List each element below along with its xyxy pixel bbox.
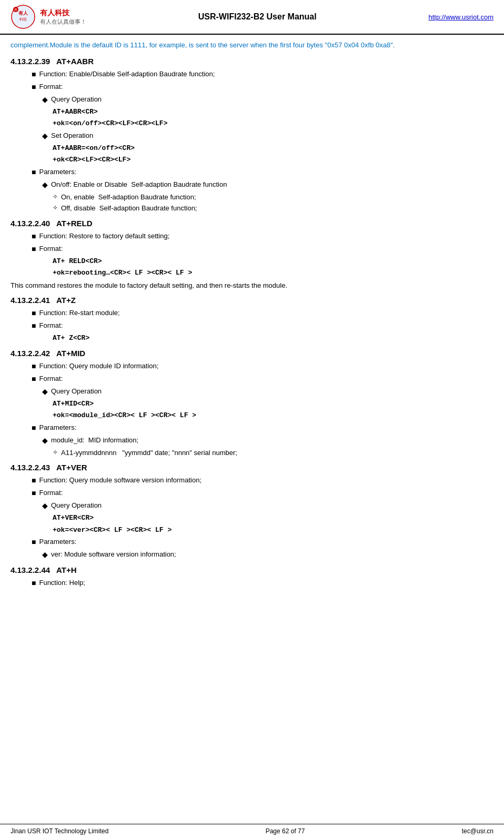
diamond-icon-39-set: ◆ <box>42 130 48 142</box>
param-onoff-text-39: On/off: Enable or Disable Self-adaption … <box>51 179 227 190</box>
format-label-41: Format: <box>39 320 63 331</box>
code-42-query-1: AT+MID<CR> <box>11 399 488 409</box>
set-op-label-39: Set Operation <box>51 130 93 141</box>
query-op-item-43: ◆ Query Operation <box>11 500 488 511</box>
code-42-query-2: +ok=<module_id><CR>< LF ><CR>< LF > <box>11 410 488 421</box>
bullet-icon-39-fmt: ■ <box>32 82 36 93</box>
format-item-41: ■ Format: <box>11 320 488 331</box>
param-moduleid-text-42: module_id: MID information; <box>51 435 138 446</box>
company-logo-icon: 有人 科技 R <box>11 4 36 29</box>
diamond-icon-42-query: ◆ <box>42 386 48 397</box>
param-moduleid-42: ◆ module_id: MID information; <box>11 435 488 446</box>
diamond-icon-42-param1: ◆ <box>42 435 48 446</box>
bullet-icon-39-func: ■ <box>32 69 36 80</box>
function-text-39: Function: Enable/Disable Self-adaption B… <box>39 69 215 79</box>
set-op-item-39: ◆ Set Operation <box>11 130 488 142</box>
svg-text:R: R <box>14 8 17 12</box>
params-label-39: Parameters: <box>39 167 76 177</box>
query-op-item-42: ◆ Query Operation <box>11 386 488 397</box>
diamond-icon-39-query: ◆ <box>42 94 48 105</box>
params-item-42: ■ Parameters: <box>11 422 488 433</box>
check-a11-text-42: A11-yymmddnnnn "yymmdd" date; "nnnn" ser… <box>61 448 237 458</box>
bullet-icon-40-fmt: ■ <box>32 244 36 255</box>
params-label-43: Parameters: <box>39 537 76 547</box>
function-text-42: Function: Query module ID information; <box>39 361 158 371</box>
bullet-icon-44-func: ■ <box>32 578 36 589</box>
code-40-1: AT+ RELD<CR> <box>11 256 488 267</box>
bullet-icon-42-func: ■ <box>32 361 36 372</box>
param-ver-43: ◆ ver: Module software version informati… <box>11 549 488 560</box>
query-op-item-39: ◆ Query Operation <box>11 94 488 105</box>
param-ver-text-43: ver: Module software version information… <box>51 549 176 560</box>
bullet-icon-43-fmt: ■ <box>32 488 36 499</box>
code-43-query-1: AT+VER<CR> <box>11 513 488 523</box>
function-item-41: ■ Function: Re-start module; <box>11 308 488 319</box>
intro-paragraph: complement.Module is the default ID is 1… <box>11 40 488 51</box>
query-op-label-39: Query Operation <box>51 94 102 105</box>
code-39-query-1: AT+AABR<CR> <box>11 107 488 117</box>
function-text-44: Function: Help; <box>39 578 85 588</box>
function-item-43: ■ Function: Query module software versio… <box>11 475 488 486</box>
company-tagline: 有人在认真做事！ <box>40 18 86 26</box>
params-item-43: ■ Parameters: <box>11 537 488 548</box>
format-label-42: Format: <box>39 373 63 384</box>
check-a11-42: ✧ A11-yymmddnnnn "yymmdd" date; "nnnn" s… <box>11 448 488 458</box>
function-text-43: Function: Query module software version … <box>39 475 201 486</box>
code-39-query-2: +ok=<on/off><CR><LF><CR><LF> <box>11 118 488 129</box>
code-40-2: +ok=rebooting…<CR>< LF ><CR>< LF > <box>11 268 488 278</box>
header-url[interactable]: http://www.usriot.com <box>428 13 493 21</box>
code-41-1: AT+ Z<CR> <box>11 333 488 344</box>
svg-text:科技: 科技 <box>19 17 27 21</box>
bullet-icon-39-params: ■ <box>32 167 36 178</box>
diamond-icon-43-param1: ◆ <box>42 549 48 560</box>
function-item-39: ■ Function: Enable/Disable Self-adaption… <box>11 69 488 80</box>
param-onoff-39: ◆ On/off: Enable or Disable Self-adaptio… <box>11 179 488 190</box>
check-on-text-39: On, enable Self-adaption Baudrate functi… <box>61 192 196 203</box>
check-off-text-39: Off, disable Self-adaption Baudrate func… <box>61 203 197 214</box>
format-item-40: ■ Format: <box>11 244 488 255</box>
check-off-39: ✧ Off, disable Self-adaption Baudrate fu… <box>11 203 488 214</box>
format-label-40: Format: <box>39 244 63 254</box>
section-heading-42: 4.13.2.2.42 AT+MID <box>11 349 488 358</box>
format-item-42: ■ Format: <box>11 373 488 385</box>
diamond-icon-43-query: ◆ <box>42 500 48 511</box>
section-heading-44: 4.13.2.2.44 AT+H <box>11 566 488 574</box>
check-icon-39-on: ✧ <box>53 192 58 201</box>
company-name: 有人科技 <box>40 8 86 18</box>
function-text-41: Function: Re-start module; <box>39 308 119 318</box>
bullet-icon-41-fmt: ■ <box>32 320 36 331</box>
function-item-44: ■ Function: Help; <box>11 578 488 589</box>
section-heading-39: 4.13.2.2.39 AT+AABR <box>11 57 488 66</box>
query-op-label-42: Query Operation <box>51 386 102 397</box>
bullet-icon-41-func: ■ <box>32 308 36 319</box>
footer-company: Jinan USR IOT Technology Limited <box>11 827 108 835</box>
function-text-40: Function: Restore to factory default set… <box>39 231 169 241</box>
page-content: complement.Module is the default ID is 1… <box>0 35 504 622</box>
logo-text-block: 有人科技 有人在认真做事！ <box>40 8 86 26</box>
section-heading-41: 4.13.2.2.41 AT+Z <box>11 296 488 305</box>
footer-page: Page 62 of 77 <box>266 827 305 835</box>
query-op-label-43: Query Operation <box>51 500 102 511</box>
document-title: USR-WIFI232-B2 User Manual <box>86 12 428 22</box>
function-item-42: ■ Function: Query module ID information; <box>11 361 488 372</box>
page-header: 有人 科技 R 有人科技 有人在认真做事！ USR-WIFI232-B2 Use… <box>0 0 504 35</box>
params-label-42: Parameters: <box>39 422 76 433</box>
bullet-icon-43-params: ■ <box>32 537 36 548</box>
svg-text:有人: 有人 <box>18 11 28 16</box>
check-icon-42-a11: ✧ <box>53 448 58 457</box>
code-39-set-2: +ok<CR><LF><CR><LF> <box>11 155 488 165</box>
format-label-39: Format: <box>39 82 63 92</box>
bullet-icon-42-fmt: ■ <box>32 373 36 385</box>
check-on-39: ✧ On, enable Self-adaption Baudrate func… <box>11 192 488 203</box>
bullet-icon-42-params: ■ <box>32 422 36 433</box>
diamond-icon-39-param1: ◆ <box>42 179 48 190</box>
format-item-39: ■ Format: <box>11 82 488 93</box>
bullet-icon-43-func: ■ <box>32 475 36 486</box>
note-40: This command restores the module to fact… <box>11 280 488 291</box>
params-item-39: ■ Parameters: <box>11 167 488 178</box>
section-heading-43: 4.13.2.2.43 AT+VER <box>11 463 488 472</box>
format-label-43: Format: <box>39 488 63 498</box>
logo-area: 有人 科技 R 有人科技 有人在认真做事！ <box>11 4 86 29</box>
check-icon-39-off: ✧ <box>53 203 58 213</box>
code-43-query-2: +ok=<ver><CR>< LF ><CR>< LF > <box>11 525 488 536</box>
